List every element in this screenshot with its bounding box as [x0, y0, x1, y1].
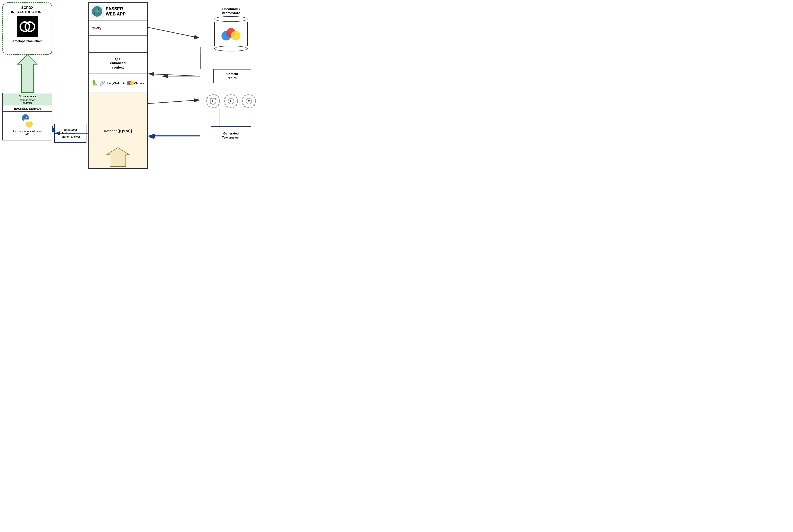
scpdx-title: SCPDX INFRASTRUCTURE — [11, 5, 44, 14]
scpdx-infrastructure-box: SCPDX INFRASTRUCTURE Antelope blockchain — [2, 2, 52, 55]
passer-langchain-section: 🦜 🔗 LangChain + Chroma — [89, 74, 147, 93]
chroma-circles — [221, 28, 241, 39]
backend-server-box: Store scores 'llmtest' smart contract BA… — [2, 93, 52, 140]
python-label: Python scores evaluation API — [12, 130, 43, 136]
passer-qenhanced-section: Q + enhanced context — [89, 53, 147, 74]
antelope-logo — [17, 16, 38, 37]
svg-text:L: L — [230, 99, 232, 103]
svg-point-6 — [28, 124, 29, 125]
query-label: Query — [92, 26, 101, 30]
contract-label: 'llmtest' smart contract — [4, 98, 51, 104]
svg-line-29 — [148, 100, 200, 103]
passer-dataset-section: Dataset [{Q:RA}] — [89, 93, 147, 168]
cylinder-top — [214, 16, 248, 22]
chroma-mini-icon — [127, 81, 133, 86]
cylinder — [214, 16, 248, 52]
langchain-parrot-icon: 🦜 — [92, 80, 98, 87]
svg-rect-4 — [23, 119, 31, 122]
svg-text:M: M — [247, 99, 250, 103]
svg-line-28 — [148, 74, 200, 76]
svg-point-5 — [26, 116, 27, 118]
cylinder-bottom — [214, 46, 248, 52]
dataset-label: Dataset [{Q:RA}] — [104, 129, 132, 133]
plus-sign: + — [123, 81, 125, 85]
svg-text:L: L — [212, 99, 214, 103]
backend-header: Store scores 'llmtest' smart contract — [3, 93, 52, 106]
svg-line-27 — [148, 27, 200, 38]
chromadb-box: ChromaDB Vectorstore — [212, 7, 250, 52]
svg-marker-32 — [18, 55, 37, 92]
passer-web-app-box: PASSER WEB APP Query Q + enhanced contex… — [88, 2, 148, 169]
diagram: SCPDX INFRASTRUCTURE Antelope blockchain… — [0, 0, 264, 177]
passer-bird-icon — [91, 5, 104, 18]
store-scores-label: Store scores — [4, 95, 51, 98]
llm-gears: L L L M — [205, 93, 257, 117]
gen-ref-label: Generated Text answer + referent answer — [61, 128, 80, 138]
generated-text-label: Generated Text answer — [222, 132, 240, 140]
chroma-label: Chroma — [134, 82, 144, 85]
passer-query-section: Query — [89, 20, 147, 36]
passer-content-return-section — [89, 36, 147, 53]
backend-server-label: BACKEND SERVER — [3, 106, 52, 112]
q-enhanced-label: Q + enhanced context — [110, 57, 126, 70]
passer-title: PASSER WEB APP — [106, 6, 126, 17]
cylinder-body — [214, 22, 248, 46]
content-return-box: Content return — [213, 69, 251, 83]
chromadb-title: ChromaDB Vectorstore — [222, 7, 240, 15]
content-return-label: Content return — [226, 72, 238, 80]
gen-ref-answer-box: Generated Text answer + referent answer — [54, 124, 87, 143]
chain-link-icon: 🔗 — [99, 80, 106, 86]
langchain-label: LangChain — [107, 82, 121, 85]
svg-line-31 — [52, 126, 54, 133]
generated-text-answer-box: Generated Text answer — [211, 126, 251, 145]
passer-header: PASSER WEB APP — [89, 3, 147, 20]
svg-point-10 — [98, 9, 99, 10]
python-icon — [20, 114, 35, 129]
antelope-label: Antelope blockchain — [12, 39, 42, 43]
